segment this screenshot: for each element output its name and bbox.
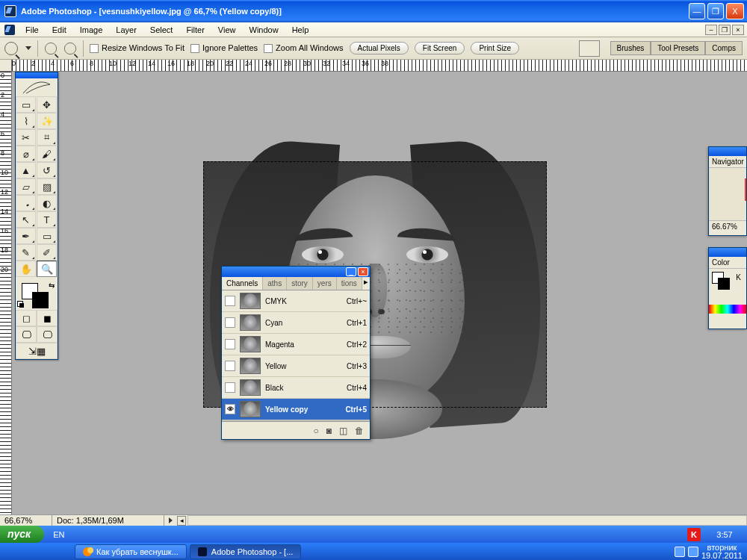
blur-tool[interactable]: 𝅘 (16, 195, 36, 211)
zoom-tool-icon[interactable] (4, 42, 18, 55)
channel-row[interactable]: MagentaCtrl+2 (222, 334, 370, 355)
visibility-toggle-icon[interactable] (225, 382, 235, 393)
background-color-swatch[interactable] (32, 292, 49, 308)
menu-edit[interactable]: Edit (46, 24, 72, 36)
history-brush-tool[interactable]: ↺ (37, 162, 57, 178)
language-indicator[interactable]: EN (53, 530, 64, 539)
status-menu-icon[interactable] (169, 517, 173, 523)
dodge-tool[interactable]: ◐ (37, 195, 57, 211)
mdi-restore-button[interactable]: ❐ (719, 25, 731, 35)
quickmask-mode-button[interactable]: ◼ (37, 310, 58, 326)
magic-wand-tool[interactable]: ✨ (37, 113, 57, 129)
palette-well-icon[interactable] (579, 40, 600, 57)
tab-layers[interactable]: yers (313, 277, 337, 290)
tab-channels[interactable]: Channels (222, 277, 263, 290)
window-maximize-button[interactable]: ❐ (707, 3, 724, 19)
tab-history[interactable]: story (287, 277, 313, 290)
navigator-tab[interactable]: Navigator (709, 156, 746, 168)
color-tab[interactable]: Color (709, 257, 746, 269)
visibility-toggle-icon[interactable] (225, 339, 235, 349)
tools-palette-grip[interactable] (16, 72, 58, 78)
window-close-button[interactable]: X (726, 3, 744, 19)
notes-tool[interactable]: ✎ (16, 244, 36, 261)
dock-tab-presets[interactable]: Tool Presets (651, 41, 705, 55)
path-selection-tool[interactable]: ↖ (16, 211, 36, 228)
panel-titlebar[interactable]: _ × (222, 267, 370, 277)
zoom-all-windows-checkbox[interactable]: Zoom All Windows (264, 43, 343, 53)
navigator-zoom-value[interactable]: 66.67% (709, 220, 746, 232)
clock-date[interactable]: вторник 19.07.2011 (701, 544, 743, 560)
menu-window[interactable]: Window (244, 24, 285, 36)
tab-paths[interactable]: aths (263, 277, 287, 290)
zoom-in-icon[interactable] (45, 42, 57, 54)
channel-row[interactable]: YellowCtrl+3 (222, 355, 370, 377)
channel-thumbnail[interactable] (240, 358, 261, 374)
navigator-proxy[interactable] (709, 168, 746, 220)
resize-windows-checkbox[interactable]: Resize Windows To Fit (90, 43, 185, 53)
channel-row[interactable]: CMYKCtrl+~ (222, 290, 370, 312)
marquee-tool[interactable]: ▭ (16, 96, 36, 113)
channel-thumbnail[interactable] (240, 336, 261, 352)
swap-colors-icon[interactable]: ⇆ (49, 281, 55, 290)
window-minimize-button[interactable]: — (689, 3, 705, 19)
panel-close-button[interactable]: × (358, 267, 368, 276)
tray-kaspersky-icon[interactable]: K (687, 528, 701, 541)
start-button[interactable]: пуск (0, 526, 44, 543)
fit-screen-button[interactable]: Fit Screen (415, 42, 465, 55)
channel-thumbnail[interactable] (240, 293, 261, 309)
standard-mode-button[interactable]: ◻ (16, 310, 37, 326)
load-selection-icon[interactable]: ○ (314, 426, 319, 436)
channel-thumbnail[interactable] (240, 314, 261, 331)
hand-tool[interactable]: ✋ (16, 261, 36, 277)
healing-brush-tool[interactable]: ⌀ (16, 146, 36, 162)
clone-stamp-tool[interactable]: ▲ (16, 162, 36, 178)
print-size-button[interactable]: Print Size (471, 42, 519, 55)
type-tool[interactable]: T (37, 211, 57, 228)
save-selection-icon[interactable]: ◙ (326, 426, 332, 436)
menu-image[interactable]: Image (74, 24, 109, 36)
move-tool[interactable]: ✥ (37, 96, 57, 113)
jump-to-imageready-button[interactable]: ⇲▦ (16, 343, 58, 359)
color-grip[interactable] (709, 248, 746, 257)
clock-time[interactable]: 3:57 (702, 530, 747, 539)
crop-tool[interactable]: ✂ (16, 129, 36, 146)
shape-tool[interactable]: ▭ (37, 228, 57, 244)
tray-icon[interactable] (688, 547, 698, 557)
scroll-left-button[interactable]: ◂ (177, 516, 186, 526)
screen-mode-standard[interactable]: 🖵 (16, 326, 37, 343)
channel-row[interactable]: CyanCtrl+1 (222, 312, 370, 334)
mdi-close-button[interactable]: × (732, 25, 744, 35)
pen-tool[interactable]: ✒ (16, 228, 36, 244)
channel-thumbnail[interactable] (240, 379, 261, 396)
ruler-horizontal[interactable]: 02468101214161820222426283032343638 (0, 60, 747, 72)
visibility-toggle-icon[interactable] (225, 317, 235, 328)
actual-pixels-button[interactable]: Actual Pixels (350, 42, 409, 55)
taskbar-task-photoshop[interactable]: Adobe Photoshop - [... (190, 544, 301, 559)
visibility-toggle-icon[interactable] (225, 296, 235, 306)
menu-file[interactable]: File (19, 24, 45, 36)
menu-filter[interactable]: Filter (180, 24, 210, 36)
menu-layer[interactable]: Layer (110, 24, 143, 36)
color-swatch-pair[interactable] (712, 272, 730, 290)
tab-actions[interactable]: tions (337, 277, 362, 290)
eraser-tool[interactable]: ▱ (16, 178, 36, 195)
navigator-grip[interactable] (709, 147, 746, 156)
channel-row[interactable]: Yellow copyCtrl+5 (222, 399, 370, 420)
zoom-tool[interactable]: 🔍 (37, 261, 57, 277)
menu-view[interactable]: View (212, 24, 242, 36)
color-ramp[interactable] (709, 305, 746, 314)
dock-tab-brushes[interactable]: Brushes (610, 41, 651, 55)
ruler-origin-icon[interactable] (0, 60, 12, 72)
delete-channel-icon[interactable]: 🗑 (355, 426, 364, 436)
zoom-out-icon[interactable] (64, 42, 76, 54)
tray-icon[interactable] (675, 547, 685, 557)
ruler-vertical[interactable]: 02468101214161820 (0, 72, 12, 526)
panel-flyout-menu-icon[interactable]: ▸ (362, 277, 370, 290)
brush-tool[interactable]: 🖌 (37, 146, 57, 162)
status-zoom-field[interactable]: 66,67% (0, 515, 52, 526)
status-doc-size[interactable]: Doc: 1,35M/1,69M (52, 515, 164, 526)
eyedropper-tool[interactable]: ✐ (37, 244, 57, 261)
menu-select[interactable]: Select (144, 24, 179, 36)
horizontal-scrollbar[interactable] (187, 515, 747, 526)
visibility-toggle-icon[interactable] (225, 361, 235, 371)
